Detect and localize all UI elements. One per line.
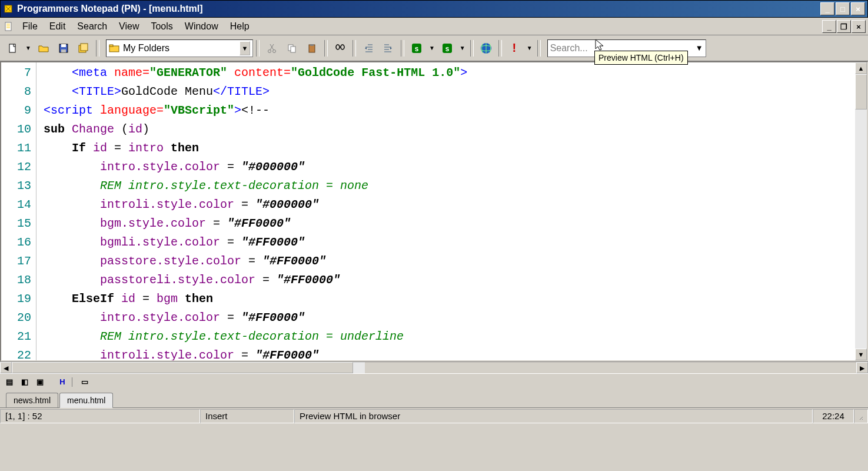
code-line[interactable]: <meta name="GENERATOR" content="GoldCode… bbox=[44, 64, 855, 82]
code-line[interactable]: introli.style.color = "#FF0000" bbox=[44, 346, 855, 360]
line-number: 17 bbox=[1, 252, 31, 271]
editor[interactable]: 78910111213141516171819202122 <meta name… bbox=[0, 61, 868, 361]
outdent-button[interactable] bbox=[359, 39, 378, 58]
svg-rect-1 bbox=[5, 22, 11, 31]
status-hint: Preview HTML in browser bbox=[294, 409, 813, 423]
hscroll-thumb[interactable] bbox=[12, 362, 353, 373]
copy-button[interactable] bbox=[282, 39, 301, 58]
svg-rect-13 bbox=[291, 47, 295, 52]
mdi-restore-button[interactable]: ❐ bbox=[837, 20, 851, 33]
code-line[interactable]: REM intro.style.text-decoration = none bbox=[44, 177, 855, 195]
code-line[interactable]: sub Change (id) bbox=[44, 120, 855, 139]
status-time: 22:24 bbox=[813, 409, 854, 423]
line-number: 7 bbox=[1, 64, 31, 82]
minimize-button[interactable]: _ bbox=[820, 2, 834, 15]
line-number: 11 bbox=[1, 139, 31, 158]
resize-grip[interactable] bbox=[854, 409, 868, 423]
code-line[interactable]: <TITLE>GoldCode Menu</TITLE> bbox=[44, 82, 855, 101]
code-line[interactable]: introli.style.color = "#000000" bbox=[44, 195, 855, 214]
tab-news-html[interactable]: news.html bbox=[6, 393, 58, 407]
cut-button[interactable] bbox=[262, 39, 281, 58]
menu-window[interactable]: Window bbox=[179, 19, 224, 34]
folder-icon bbox=[109, 44, 121, 53]
menu-tools[interactable]: Tools bbox=[145, 19, 178, 34]
window-title: Programmers Notepad (PN) - [menu.html] bbox=[17, 4, 820, 14]
vscroll-thumb[interactable] bbox=[855, 74, 867, 110]
line-number: 21 bbox=[1, 327, 31, 346]
save-button[interactable] bbox=[54, 39, 73, 58]
folder-combo-text: My Folders bbox=[123, 43, 240, 54]
line-gutter: 78910111213141516171819202122 bbox=[1, 62, 36, 360]
scroll-up-button[interactable]: ▲ bbox=[855, 62, 867, 74]
mini-btn-h[interactable]: H bbox=[56, 376, 68, 388]
tooltip: Preview HTML (Ctrl+H) bbox=[594, 51, 688, 65]
code-line[interactable]: bgmli.style.color = "#FF0000" bbox=[44, 233, 855, 252]
svg-point-11 bbox=[272, 49, 275, 52]
svg-rect-4 bbox=[61, 44, 66, 47]
menu-edit[interactable]: Edit bbox=[44, 19, 72, 34]
mdi-close-button[interactable]: × bbox=[852, 20, 866, 33]
error-dropdown[interactable]: ▼ bbox=[525, 45, 534, 51]
indent-button[interactable] bbox=[379, 39, 398, 58]
mini-btn-rect[interactable]: ▭ bbox=[79, 376, 91, 388]
code-line[interactable]: <script language="VBScript"><!-- bbox=[44, 101, 855, 120]
new-file-button[interactable] bbox=[4, 39, 22, 58]
toolbar: ▼ My Folders ▼ s ▼ s ▼ ! ▼ Search... ▼ P… bbox=[0, 35, 868, 61]
paste-button[interactable] bbox=[302, 39, 321, 58]
menu-file[interactable]: File bbox=[16, 19, 44, 34]
svg-point-10 bbox=[268, 49, 271, 52]
code-area[interactable]: <meta name="GENERATOR" content="GoldCode… bbox=[36, 62, 855, 360]
svg-rect-9 bbox=[109, 45, 113, 47]
horizontal-scrollbar[interactable]: ◀ ▶ bbox=[0, 361, 868, 373]
vertical-scrollbar[interactable]: ▲ ▼ bbox=[855, 62, 867, 360]
mini-btn-2[interactable]: ◧ bbox=[19, 376, 31, 388]
open-file-button[interactable] bbox=[34, 39, 53, 58]
code-line[interactable]: ElseIf id = bgm then bbox=[44, 290, 855, 309]
save-all-button[interactable] bbox=[74, 39, 93, 58]
scroll-down-button[interactable]: ▼ bbox=[855, 349, 867, 360]
scroll-right-button[interactable]: ▶ bbox=[856, 362, 868, 373]
new-dropdown[interactable]: ▼ bbox=[24, 45, 33, 51]
status-position: [1, 1] : 52 bbox=[0, 409, 200, 423]
svg-rect-7 bbox=[81, 44, 88, 51]
mdi-minimize-button[interactable]: _ bbox=[822, 20, 836, 33]
line-number: 19 bbox=[1, 290, 31, 309]
svg-rect-5 bbox=[61, 49, 66, 52]
error-button[interactable]: ! bbox=[505, 39, 524, 58]
code-line[interactable]: passtore.style.color = "#FF0000" bbox=[44, 252, 855, 271]
script1-dropdown[interactable]: ▼ bbox=[427, 45, 437, 51]
code-line[interactable]: intro.style.color = "#000000" bbox=[44, 158, 855, 177]
tab-menu-html[interactable]: menu.html bbox=[59, 393, 113, 408]
script-button-1[interactable]: s bbox=[407, 39, 426, 58]
code-line[interactable]: If id = intro then bbox=[44, 139, 855, 158]
menu-help[interactable]: Help bbox=[224, 19, 255, 34]
svg-point-16 bbox=[336, 45, 340, 49]
find-button[interactable] bbox=[331, 39, 350, 58]
menu-view[interactable]: View bbox=[113, 19, 145, 34]
search-combo-arrow[interactable]: ▼ bbox=[696, 44, 703, 52]
doc-icon bbox=[4, 21, 14, 32]
code-line[interactable]: bgm.style.color = "#FF0000" bbox=[44, 214, 855, 233]
svg-text:s: s bbox=[415, 45, 419, 53]
mini-toolbar: ▤ ◧ ▣ H ▭ bbox=[0, 373, 868, 390]
folder-combo[interactable]: My Folders ▼ bbox=[106, 39, 253, 57]
app-icon bbox=[3, 4, 14, 14]
line-number: 18 bbox=[1, 271, 31, 290]
titlebar: Programmers Notepad (PN) - [menu.html] _… bbox=[0, 0, 868, 18]
preview-html-button[interactable] bbox=[477, 39, 495, 58]
close-button[interactable]: × bbox=[851, 2, 865, 15]
folder-combo-arrow[interactable]: ▼ bbox=[240, 41, 250, 55]
svg-rect-15 bbox=[310, 44, 314, 46]
script2-dropdown[interactable]: ▼ bbox=[458, 45, 467, 51]
code-line[interactable]: passtoreli.style.color = "#FF0000" bbox=[44, 271, 855, 290]
script-button-2[interactable]: s bbox=[438, 39, 457, 58]
maximize-button[interactable]: □ bbox=[836, 2, 850, 15]
line-number: 14 bbox=[1, 195, 31, 214]
mini-btn-1[interactable]: ▤ bbox=[4, 376, 15, 388]
code-line[interactable]: intro.style.color = "#FF0000" bbox=[44, 309, 855, 327]
line-number: 10 bbox=[1, 120, 31, 139]
mini-btn-3[interactable]: ▣ bbox=[34, 376, 46, 388]
menu-search[interactable]: Search bbox=[71, 19, 113, 34]
code-line[interactable]: REM intro.style.text-decoration = underl… bbox=[44, 327, 855, 346]
menubar: FileEditSearchViewToolsWindowHelp _ ❐ × bbox=[0, 18, 868, 35]
